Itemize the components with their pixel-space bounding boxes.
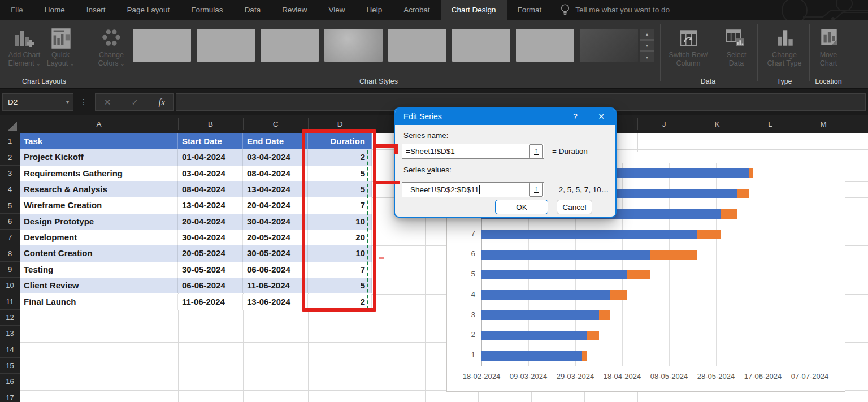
bar-segment-duration[interactable] bbox=[599, 310, 611, 320]
cell-end-date[interactable]: 08-04-2024 bbox=[243, 166, 308, 181]
y-axis-label[interactable]: 6 bbox=[453, 249, 475, 258]
tell-me-box[interactable]: Tell me what you want to do bbox=[560, 0, 670, 20]
quick-layout-icon[interactable] bbox=[50, 27, 72, 50]
tab-chart-design[interactable]: Chart Design bbox=[441, 0, 507, 20]
select-all-corner[interactable] bbox=[0, 115, 20, 133]
add-chart-element-button[interactable]: Add Chart Element ⌄ bbox=[8, 51, 41, 68]
chart-style-thumbnail[interactable] bbox=[388, 29, 446, 62]
column-header-j[interactable]: J bbox=[662, 115, 666, 133]
y-axis-label[interactable]: 2 bbox=[453, 330, 475, 339]
chart-style-thumbnail[interactable] bbox=[133, 29, 191, 62]
tab-data[interactable]: Data bbox=[234, 0, 272, 20]
enter-formula-icon[interactable]: ✓ bbox=[131, 97, 138, 107]
cell-task[interactable]: Testing bbox=[20, 262, 178, 278]
cell-end-date[interactable]: 03-04-2024 bbox=[243, 149, 308, 165]
name-box[interactable]: D2 ▾ bbox=[2, 93, 73, 111]
cell-end-date[interactable]: 30-04-2024 bbox=[243, 214, 308, 230]
cell-task[interactable]: Project Kickoff bbox=[20, 149, 178, 165]
cell-start-date[interactable]: 08-04-2024 bbox=[178, 181, 243, 197]
cell-task[interactable]: Content Creation bbox=[20, 245, 178, 261]
gallery-scroll-down-icon[interactable]: ▾ bbox=[640, 40, 654, 51]
row-header-4[interactable]: 4 bbox=[0, 181, 20, 197]
bar-segment-duration[interactable] bbox=[610, 290, 627, 300]
tab-file[interactable]: File bbox=[0, 0, 34, 20]
cell-start-date[interactable]: 11-06-2024 bbox=[178, 294, 243, 310]
y-axis-label[interactable]: 7 bbox=[453, 229, 475, 237]
row-header-2[interactable]: 2 bbox=[0, 149, 20, 165]
cell-end-date[interactable]: 11-06-2024 bbox=[243, 278, 308, 293]
tab-review[interactable]: Review bbox=[271, 0, 318, 20]
row-header-14[interactable]: 14 bbox=[0, 342, 20, 358]
cell-end-date[interactable]: 13-06-2024 bbox=[243, 294, 308, 310]
collapse-dialog-button[interactable]: ↑ bbox=[529, 144, 543, 158]
cell-end-date[interactable]: 20-05-2024 bbox=[243, 230, 308, 245]
column-header-a[interactable]: A bbox=[96, 115, 101, 133]
chart-style-thumbnail[interactable] bbox=[197, 29, 255, 62]
chart-style-thumbnail[interactable] bbox=[324, 29, 383, 62]
change-colors-button[interactable]: Change Colors ⌄ bbox=[98, 51, 124, 68]
y-axis-label[interactable]: 4 bbox=[453, 290, 475, 299]
select-data-icon[interactable] bbox=[724, 27, 746, 49]
series-name-input[interactable]: =Sheet1!$D$1 ↑ bbox=[402, 144, 544, 159]
chart-style-thumbnail[interactable] bbox=[516, 29, 574, 62]
row-header-15[interactable]: 15 bbox=[0, 358, 20, 374]
cell-end-date[interactable]: End Date bbox=[243, 133, 308, 149]
chart-style-thumbnail[interactable] bbox=[580, 29, 638, 62]
row-header-3[interactable]: 3 bbox=[0, 166, 20, 181]
switch-row-column-button[interactable]: Switch Row/Column bbox=[669, 51, 708, 67]
column-header-c[interactable]: C bbox=[273, 115, 279, 133]
row-header-8[interactable]: 8 bbox=[0, 245, 20, 261]
bar-segment-duration[interactable] bbox=[737, 189, 749, 198]
bar-segment-duration[interactable] bbox=[587, 331, 599, 340]
row-header-5[interactable]: 5 bbox=[0, 197, 20, 213]
tab-insert[interactable]: Insert bbox=[76, 0, 116, 20]
insert-function-icon[interactable]: fx bbox=[158, 97, 165, 107]
move-chart-icon[interactable] bbox=[818, 27, 840, 49]
cell-start-date[interactable]: 30-04-2024 bbox=[178, 230, 243, 245]
tab-home[interactable]: Home bbox=[34, 0, 76, 20]
row-header-6[interactable]: 6 bbox=[0, 214, 20, 230]
cell-task[interactable]: Client Review bbox=[20, 278, 178, 293]
column-header-l[interactable]: L bbox=[768, 115, 772, 133]
y-axis-label[interactable]: 3 bbox=[453, 310, 475, 319]
bar-segment-start[interactable] bbox=[481, 290, 610, 300]
bar-segment-start[interactable] bbox=[481, 230, 697, 239]
tab-formulas[interactable]: Formulas bbox=[180, 0, 233, 20]
bar-segment-start[interactable] bbox=[481, 351, 582, 361]
dialog-close-icon[interactable]: ✕ bbox=[593, 109, 610, 125]
formula-bar-handle[interactable]: ⋮ bbox=[80, 93, 88, 111]
quick-layout-button[interactable]: Quick Layout ⌄ bbox=[47, 51, 75, 68]
change-colors-icon[interactable] bbox=[101, 28, 122, 49]
cancel-button[interactable]: Cancel bbox=[557, 200, 592, 214]
cell-end-date[interactable]: 30-05-2024 bbox=[243, 245, 308, 261]
x-axis-label[interactable]: 07-07-2024 bbox=[782, 372, 838, 381]
move-chart-button[interactable]: MoveChart bbox=[820, 51, 837, 67]
change-chart-type-button[interactable]: ChangeChart Type bbox=[767, 51, 802, 67]
bar-segment-start[interactable] bbox=[481, 310, 599, 320]
row-header-10[interactable]: 10 bbox=[0, 278, 20, 293]
series-values-input[interactable]: =Sheet1!$D$2:$D$11 ↑ bbox=[402, 182, 544, 197]
chart-style-thumbnail[interactable] bbox=[261, 29, 319, 62]
tab-format[interactable]: Format bbox=[507, 0, 553, 20]
switch-row-column-icon[interactable] bbox=[678, 27, 700, 49]
cell-task[interactable]: Design Prototype bbox=[20, 214, 178, 230]
column-header-m[interactable]: M bbox=[820, 115, 826, 133]
tab-page-layout[interactable]: Page Layout bbox=[116, 0, 181, 20]
cell-end-date[interactable]: 13-04-2024 bbox=[243, 181, 308, 197]
gallery-scroll-up-icon[interactable]: ▴ bbox=[640, 29, 654, 40]
cell-start-date[interactable]: 30-05-2024 bbox=[178, 262, 243, 278]
tab-acrobat[interactable]: Acrobat bbox=[393, 0, 441, 20]
tab-help[interactable]: Help bbox=[355, 0, 393, 20]
cancel-formula-icon[interactable]: ✕ bbox=[104, 97, 111, 107]
change-chart-type-icon[interactable] bbox=[774, 27, 796, 49]
cell-start-date[interactable]: 01-04-2024 bbox=[178, 149, 243, 165]
bar-segment-start[interactable] bbox=[481, 270, 627, 279]
bar-segment-duration[interactable] bbox=[749, 168, 753, 178]
add-chart-element-icon[interactable] bbox=[14, 28, 35, 50]
cell-start-date[interactable]: 03-04-2024 bbox=[178, 166, 243, 181]
cell-start-date[interactable]: 13-04-2024 bbox=[178, 197, 243, 213]
cell-task[interactable]: Task bbox=[20, 133, 178, 149]
chart-style-thumbnail[interactable] bbox=[452, 29, 510, 62]
cell-task[interactable]: Final Launch bbox=[20, 294, 178, 310]
gallery-more-icon[interactable]: ▾ bbox=[640, 51, 654, 62]
